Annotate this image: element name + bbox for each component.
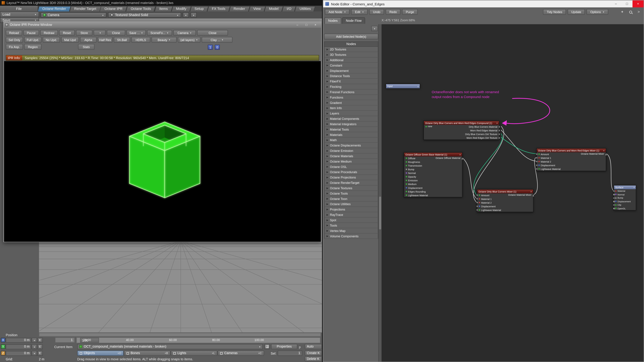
menu-tab[interactable]: Modify [172, 6, 190, 11]
node-category-item[interactable]: ▶ Item Info [324, 105, 378, 111]
node-input-port[interactable]: Transmission [404, 164, 462, 167]
ipr-button[interactable]: Sh.Ball [114, 37, 130, 42]
ipr-button[interactable]: Sel Only [6, 37, 23, 42]
ipr-button[interactable]: Half Res [98, 37, 112, 42]
node-input-port[interactable]: Bump [614, 196, 636, 200]
node-input-port[interactable]: Displacement [537, 163, 606, 167]
ipr-button[interactable]: Reload [6, 30, 22, 36]
minimize-icon[interactable]: – [293, 22, 302, 27]
envelope-button[interactable]: E [38, 344, 43, 349]
close-icon[interactable]: × [311, 22, 320, 27]
timeline-ruler[interactable]: 1.00 20.0040.0060.0080.00100.00 [76, 337, 320, 343]
menu-tab[interactable]: Model [265, 6, 282, 11]
node-output-port[interactable]: Octane Material Mixer [508, 194, 532, 196]
ipr-button[interactable]: SceneFo... ▼ [147, 30, 172, 36]
node-category-item[interactable]: ▶ Math [324, 137, 378, 143]
node-input-port[interactable]: Bump [404, 167, 462, 171]
ipr-button[interactable]: Beauty ▼ [152, 37, 176, 42]
item-list-button[interactable] [264, 344, 270, 349]
toolbar-button[interactable]: Add Node ▼ [325, 9, 350, 15]
node-output-port[interactable]: Octane Diffuse Material [436, 157, 460, 159]
diffuse-material-node[interactable]: Octane Diffuse Green Base Material (1) ×… [404, 152, 462, 197]
toolbar-button[interactable]: Tidy Nodes [543, 9, 566, 15]
pan-icon[interactable]: + [619, 9, 626, 15]
connector-pad[interactable] [613, 201, 615, 202]
node-category-item[interactable]: ▶ Material Tools [324, 127, 378, 132]
menu-tab[interactable]: View [249, 6, 265, 11]
menu-tab[interactable]: Render [230, 6, 249, 11]
menu-tab[interactable]: Octane Tools [126, 6, 155, 11]
connector-pad[interactable] [476, 202, 478, 203]
node-input-port[interactable]: Emission [404, 178, 462, 182]
node-category-item[interactable]: ▶ Octane Emission [324, 148, 378, 153]
toolbar-button[interactable]: Options ▼ [587, 9, 608, 15]
dope-track[interactable] [39, 333, 321, 337]
scrollbar-thumb[interactable] [379, 197, 381, 229]
connector-pad[interactable] [613, 197, 615, 199]
toolbar-button[interactable]: Update [568, 9, 585, 15]
node-category-item[interactable]: ▶ Fresnel Functions [324, 89, 378, 95]
connector-pad[interactable] [476, 209, 478, 211]
connector-pad[interactable] [605, 154, 607, 155]
menu-tab[interactable]: Setup [190, 6, 208, 11]
item-type-button[interactable]: Bones +B [124, 351, 170, 356]
node-category-item[interactable]: ▶ Octane Displacements [324, 143, 378, 148]
envelope-button[interactable]: E [38, 351, 43, 356]
connector-pad[interactable] [536, 164, 538, 166]
frame-number-field[interactable]: 1 [55, 337, 75, 343]
node-category-item[interactable]: ▶ 3D Textures [324, 52, 378, 57]
maximize-icon[interactable]: □ [621, 0, 632, 7]
node-input-port[interactable]: Material 2 [477, 201, 533, 204]
panel-mode-dropdown[interactable]: ▼ [371, 26, 378, 31]
ipr-button[interactable]: HDRLS [132, 37, 150, 42]
menu-tab[interactable]: Octane IPR [100, 6, 126, 11]
node-category-item[interactable]: ▶ Projections [324, 207, 378, 212]
axis-value-field[interactable]: 0 m [6, 338, 31, 343]
node-input-port[interactable]: Edges Rounding [404, 190, 462, 193]
node-output-port[interactable]: Octane Material Mixer [581, 153, 604, 155]
node-input-port[interactable]: Material 1 [537, 156, 606, 160]
connector-pad[interactable] [461, 158, 463, 160]
connector-pad[interactable] [613, 194, 615, 195]
node-input-port[interactable]: Normal [404, 171, 462, 175]
toolbar-button[interactable]: Redo [386, 9, 400, 15]
axis-value-field[interactable]: 0 m [6, 351, 31, 356]
node-category-item[interactable]: ▶ Additional [324, 57, 378, 63]
surface-node[interactable]: Surface ▾ Material [614, 185, 636, 211]
node-output-port[interactable]: Worn Red Edges Material [424, 129, 499, 132]
ipr-button[interactable]: ▼ [94, 30, 106, 36]
node-input-port[interactable]: Lightwave Material [404, 193, 462, 197]
ipr-button[interactable]: Clone [107, 30, 125, 36]
node-category-item[interactable]: ▶ Layers [324, 111, 378, 116]
node-category-item[interactable]: ▶ Gradient [324, 100, 378, 106]
connector-pad[interactable] [536, 153, 538, 155]
node-input-port[interactable]: Lightwave Material [477, 208, 533, 212]
ipr-button[interactable]: Camera ▼ [173, 30, 196, 36]
menu-tab[interactable]: Render Target [70, 6, 100, 11]
properties-button[interactable]: Properties [271, 344, 297, 349]
ipr-button[interactable]: Close [197, 30, 228, 36]
node-category-item[interactable]: ▶ Spot [324, 218, 378, 223]
node-close-icon[interactable]: × [458, 153, 461, 156]
file-menu-button[interactable]: File [0, 6, 38, 11]
node-input-port[interactable]: Clip [614, 203, 636, 207]
node-category-item[interactable]: ▶ Octane Textures [324, 186, 378, 191]
axis-spinner[interactable]: ◂▸ [32, 344, 37, 349]
node-output-port[interactable]: Worn Red Edges Dirt Texture [424, 136, 499, 140]
node-category-item[interactable]: ▶ Functions [324, 95, 378, 100]
connector-pad[interactable] [532, 195, 534, 196]
menu-tab[interactable]: FX Tools [208, 6, 230, 11]
node-close-icon[interactable]: × [529, 190, 532, 193]
ipr-button[interactable]: (all layers) ▼ [178, 37, 200, 42]
toolbar-button[interactable]: Purge [402, 9, 418, 15]
node-category-item[interactable]: ▶ FiberFX [324, 79, 378, 84]
node-input-port[interactable]: Displacement [614, 200, 636, 203]
node-input-port[interactable]: Displacement [404, 186, 462, 190]
node-category-item[interactable]: ▶ Flocking [324, 84, 378, 89]
compound-node[interactable]: Octane Dirty Blue Corners and Worn Red E… [424, 121, 500, 140]
toolbar-button[interactable]: Edit ▼ [351, 9, 368, 15]
node-output-port[interactable]: Dirty Blue Corners Material [424, 125, 499, 128]
connector-pad[interactable] [613, 190, 615, 192]
axis-spinner[interactable]: ◂▸ [32, 338, 37, 343]
collapse-icon[interactable]: ▾ [632, 186, 634, 188]
